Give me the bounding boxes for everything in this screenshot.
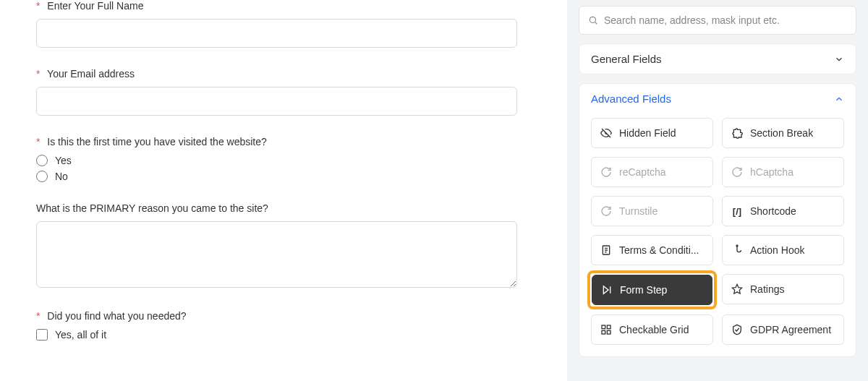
label-text: What is the PRIMARY reason you came to t… — [36, 202, 268, 214]
radio-yes-label: Yes — [55, 155, 72, 166]
accordion-general-title: General Fields — [591, 53, 662, 65]
recaptcha-icon — [600, 166, 612, 178]
hook-icon — [731, 244, 743, 256]
field-hcaptcha-label: hCaptcha — [750, 166, 793, 178]
label-full-name: * Enter Your Full Name — [36, 0, 531, 12]
radio-no-label: No — [55, 171, 68, 182]
field-ratings-label: Ratings — [750, 283, 784, 295]
fields-sidebar: General Fields Advanced Fields Hidden Fi… — [567, 0, 868, 381]
field-gdpr[interactable]: GDPR Agreement — [722, 314, 844, 345]
check-all-row[interactable]: Yes, all of it — [36, 329, 531, 341]
search-input[interactable] — [604, 14, 847, 26]
input-full-name[interactable] — [36, 19, 517, 48]
field-gdpr-label: GDPR Agreement — [750, 324, 831, 335]
field-section-break-label: Section Break — [750, 127, 813, 139]
required-marker: * — [36, 68, 40, 80]
field-ratings[interactable]: Ratings — [722, 274, 844, 304]
hcaptcha-icon — [731, 166, 743, 178]
form-canvas: * Enter Your Full Name * Your Email addr… — [0, 0, 567, 381]
search-icon — [588, 15, 598, 25]
field-shortcode-label: Shortcode — [750, 205, 796, 217]
puzzle-icon — [731, 127, 743, 139]
checkbox-all-label: Yes, all of it — [55, 329, 106, 341]
form-step-highlight: Form Step — [587, 270, 717, 309]
accordion-general: General Fields — [579, 43, 856, 74]
radio-yes[interactable] — [36, 155, 48, 166]
search-box[interactable] — [579, 6, 856, 35]
svg-rect-10 — [602, 325, 605, 329]
field-recaptcha-label: reCaptcha — [619, 166, 666, 178]
field-hcaptcha[interactable]: hCaptcha — [722, 157, 844, 187]
field-reason: What is the PRIMARY reason you came to t… — [36, 202, 531, 290]
field-hidden-label: Hidden Field — [619, 127, 676, 139]
svg-point-0 — [590, 17, 595, 22]
required-marker: * — [36, 0, 40, 12]
svg-rect-11 — [607, 325, 610, 329]
field-turnstile-label: Turnstile — [619, 205, 658, 217]
field-checkable-grid-label: Checkable Grid — [619, 324, 689, 335]
field-recaptcha[interactable]: reCaptcha — [591, 157, 713, 187]
field-checkable-grid[interactable]: Checkable Grid — [591, 314, 713, 345]
accordion-general-header[interactable]: General Fields — [579, 44, 856, 74]
field-action-hook-label: Action Hook — [750, 244, 804, 256]
label-needed: * Did you find what you needed? — [36, 310, 531, 322]
label-email: * Your Email address — [36, 68, 531, 80]
field-full-name: * Enter Your Full Name — [36, 0, 531, 48]
svg-line-1 — [595, 22, 597, 25]
radio-no[interactable] — [36, 171, 48, 182]
svg-marker-9 — [732, 284, 741, 294]
svg-rect-12 — [602, 330, 605, 334]
field-first-visit: * Is this the first time you have visite… — [36, 136, 531, 182]
grid-icon — [600, 324, 612, 335]
radio-yes-row[interactable]: Yes — [36, 155, 531, 166]
required-marker: * — [36, 136, 40, 147]
field-section-break[interactable]: Section Break — [722, 118, 844, 148]
label-text: Your Email address — [47, 68, 135, 80]
label-reason: What is the PRIMARY reason you came to t… — [36, 202, 531, 214]
field-shortcode[interactable]: [/] Shortcode — [722, 196, 844, 226]
accordion-advanced-title: Advanced Fields — [591, 93, 671, 105]
required-marker: * — [36, 310, 40, 322]
accordion-advanced: Advanced Fields Hidden Field Section Bre… — [579, 83, 856, 357]
shortcode-icon: [/] — [731, 205, 743, 217]
field-terms[interactable]: Terms & Conditi... — [591, 235, 713, 265]
advanced-field-grid: Hidden Field Section Break reCaptcha hCa… — [579, 114, 856, 356]
skip-forward-icon — [601, 284, 613, 296]
chevron-up-icon — [834, 94, 844, 104]
field-form-step-label: Form Step — [620, 284, 667, 296]
svg-rect-13 — [607, 330, 610, 334]
label-text: Is this the first time you have visited … — [47, 136, 266, 147]
hidden-icon — [600, 127, 612, 139]
field-turnstile[interactable]: Turnstile — [591, 196, 713, 226]
radio-no-row[interactable]: No — [36, 171, 531, 182]
textarea-reason[interactable] — [36, 221, 517, 288]
document-icon — [600, 244, 612, 256]
label-first-visit: * Is this the first time you have visite… — [36, 136, 531, 147]
field-email: * Your Email address — [36, 68, 531, 116]
label-text: Enter Your Full Name — [47, 0, 143, 12]
field-needed: * Did you find what you needed? Yes, all… — [36, 310, 531, 341]
checkbox-all[interactable] — [36, 329, 48, 341]
chevron-down-icon — [834, 54, 844, 64]
shield-icon — [731, 324, 743, 335]
accordion-advanced-header[interactable]: Advanced Fields — [579, 84, 856, 114]
star-icon — [731, 283, 743, 295]
field-action-hook[interactable]: Action Hook — [722, 235, 844, 265]
label-text: Did you find what you needed? — [47, 310, 186, 322]
field-hidden[interactable]: Hidden Field — [591, 118, 713, 148]
input-email[interactable] — [36, 87, 517, 116]
svg-marker-7 — [603, 286, 608, 294]
turnstile-icon — [600, 205, 612, 217]
field-form-step[interactable]: Form Step — [592, 275, 712, 305]
field-terms-label: Terms & Conditi... — [619, 244, 699, 256]
